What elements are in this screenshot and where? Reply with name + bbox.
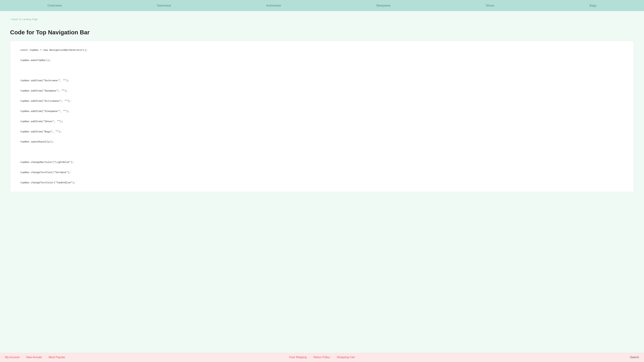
top-nav-item-activewear[interactable]: Activewear: [264, 3, 283, 8]
top-nav-item-shoes[interactable]: Shoes: [484, 3, 496, 8]
bottom-nav-left: My AccountNew ArrivalsMost Popular: [5, 356, 216, 359]
top-nav-item-swimwear[interactable]: Swimwear: [155, 3, 173, 8]
bottom-navigation: My AccountNew ArrivalsMost Popular Free …: [0, 353, 644, 362]
bottom-nav-item-new-arrivals[interactable]: New Arrivals: [26, 356, 42, 359]
bottom-nav-item-my-account[interactable]: My Account: [5, 356, 20, 359]
main-content: < Back To Landing Page Code for Top Navi…: [0, 11, 644, 353]
search-button[interactable]: Search: [630, 356, 639, 359]
bottom-nav-right: Search: [428, 356, 639, 359]
top-nav-item-outerwear[interactable]: Outerwear: [46, 3, 64, 8]
page-title: Code for Top Navigation Bar: [10, 29, 634, 36]
code-content: const topNav = new NavigationBarGenerato…: [20, 48, 624, 185]
top-nav-item-bags[interactable]: Bags: [588, 3, 598, 8]
top-navigation: OuterwearSwimwearActivewearSleepwearShoe…: [0, 0, 644, 11]
bottom-nav-item-shopping-cart[interactable]: Shopping Cart: [337, 356, 355, 359]
bottom-nav-item-free-shipping[interactable]: Free Shipping: [289, 356, 306, 359]
back-link[interactable]: < Back To Landing Page: [10, 18, 38, 21]
top-nav-item-sleepwear[interactable]: Sleepwear: [374, 3, 392, 8]
code-block: const topNav = new NavigationBarGenerato…: [10, 41, 634, 192]
bottom-nav-item-return-policy[interactable]: Return Policy: [314, 356, 330, 359]
bottom-nav-item-most-popular[interactable]: Most Popular: [49, 356, 65, 359]
bottom-nav-center: Free ShippingReturn PolicyShopping Cart: [216, 356, 428, 359]
